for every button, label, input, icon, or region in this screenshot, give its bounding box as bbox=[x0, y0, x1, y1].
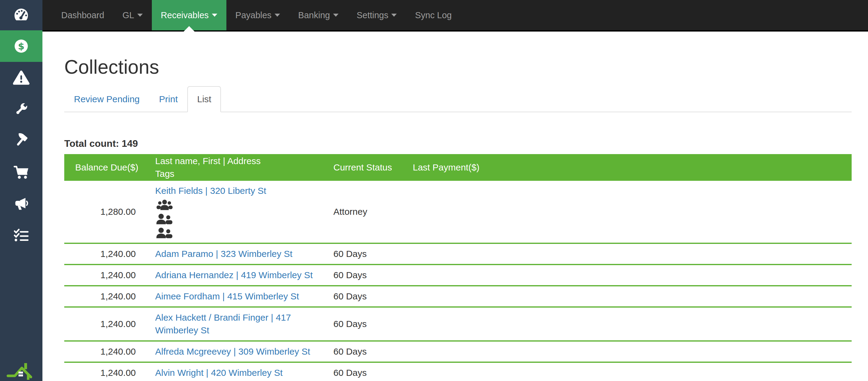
tags bbox=[155, 199, 324, 239]
two-users-icon bbox=[155, 213, 174, 225]
customer-link[interactable]: Alex Hackett / Brandi Finger | 417 Wimbe… bbox=[155, 313, 291, 335]
header-row: Balance Due($)Last name, First | Address… bbox=[64, 154, 851, 181]
brand-logo[interactable] bbox=[0, 0, 42, 30]
nav-item-receivables[interactable]: Receivables bbox=[152, 0, 226, 30]
tab-list[interactable]: List bbox=[187, 86, 221, 112]
table-row: 1,240.00Adriana Hernandez | 419 Wimberle… bbox=[64, 265, 851, 286]
sidebar-item-hammer[interactable] bbox=[0, 125, 42, 156]
balance-cell: 1,240.00 bbox=[64, 362, 150, 381]
active-nav-notch bbox=[184, 26, 194, 32]
nav-item-banking[interactable]: Banking bbox=[289, 0, 348, 30]
table-row: 1,240.00Aimee Fordham | 415 Wimberley St… bbox=[64, 286, 851, 307]
sidebar: $ bbox=[0, 0, 42, 381]
nav-item-gl[interactable]: GL bbox=[113, 0, 152, 30]
tab-review-pending[interactable]: Review Pending bbox=[64, 86, 149, 112]
sidebar-item-warning-triangle[interactable] bbox=[0, 62, 42, 93]
sidebar-item-dollar-circle[interactable]: $ bbox=[0, 30, 42, 62]
table-body: 1,280.00Keith Fields | 320 Liberty St At… bbox=[64, 181, 851, 381]
svg-text:$: $ bbox=[18, 41, 24, 52]
balance-cell: 1,280.00 bbox=[64, 181, 150, 243]
payment-cell bbox=[408, 265, 851, 286]
customer-link[interactable]: Adriana Hernandez | 419 Wimberley St bbox=[155, 270, 313, 280]
group-users-icon bbox=[155, 199, 174, 211]
balance-cell: 1,240.00 bbox=[64, 243, 150, 265]
caret-down-icon bbox=[391, 13, 397, 17]
customer-link[interactable]: Aimee Fordham | 415 Wimberley St bbox=[155, 291, 299, 301]
column-header-payment: Last Payment($) bbox=[408, 154, 851, 181]
caret-down-icon bbox=[137, 13, 143, 17]
shopping-cart-icon bbox=[12, 164, 30, 181]
nav-item-label: Sync Log bbox=[415, 10, 452, 20]
sidebar-item-wrench[interactable] bbox=[0, 93, 42, 125]
payment-cell bbox=[408, 243, 851, 265]
megaphone-icon bbox=[12, 195, 30, 212]
main-content: Collections Review PendingPrintList Tota… bbox=[42, 32, 868, 381]
status-cell: 60 Days bbox=[329, 307, 408, 341]
name-cell: Keith Fields | 320 Liberty St bbox=[150, 181, 329, 243]
column-header-name: Last name, First | AddressTags bbox=[150, 154, 329, 181]
nav-item-label: Banking bbox=[298, 10, 330, 20]
nav-item-label: Dashboard bbox=[61, 10, 104, 20]
sidebar-nav: $ bbox=[0, 30, 42, 251]
column-header-status: Current Status bbox=[329, 154, 408, 181]
table-row: 1,240.00Adam Paramo | 323 Wimberley St60… bbox=[64, 243, 851, 265]
roofline-logo-wrap bbox=[0, 358, 42, 380]
nav-item-payables[interactable]: Payables bbox=[226, 0, 289, 30]
status-cell: 60 Days bbox=[329, 243, 408, 265]
top-nav: DashboardGLReceivablesPayablesBankingSet… bbox=[42, 0, 868, 30]
name-cell: Alex Hackett / Brandi Finger | 417 Wimbe… bbox=[150, 307, 329, 341]
checklist-icon bbox=[12, 227, 30, 244]
table-row: 1,280.00Keith Fields | 320 Liberty St At… bbox=[64, 181, 851, 243]
warning-triangle-icon bbox=[12, 69, 30, 86]
balance-cell: 1,240.00 bbox=[64, 341, 150, 362]
name-cell: Adam Paramo | 323 Wimberley St bbox=[150, 243, 329, 265]
total-count: Total count: 149 bbox=[64, 137, 851, 150]
dollar-circle-icon: $ bbox=[12, 37, 30, 55]
payment-cell bbox=[408, 286, 851, 307]
status-cell: 60 Days bbox=[329, 286, 408, 307]
nav-item-label: GL bbox=[122, 10, 134, 20]
balance-cell: 1,240.00 bbox=[64, 307, 150, 341]
roofline-logo bbox=[7, 358, 36, 380]
wrench-icon bbox=[13, 101, 30, 118]
collections-table: Balance Due($)Last name, First | Address… bbox=[64, 154, 851, 381]
hammer-icon bbox=[13, 132, 30, 149]
sidebar-item-checklist[interactable] bbox=[0, 219, 42, 251]
nav-item-label: Payables bbox=[236, 10, 272, 20]
customer-link[interactable]: Alvin Wright | 420 Wimberley St bbox=[155, 368, 283, 378]
nav-item-settings[interactable]: Settings bbox=[348, 0, 406, 30]
customer-link[interactable]: Alfreda Mcgreevey | 309 Wimberley St bbox=[155, 346, 310, 356]
top-navbar: DashboardGLReceivablesPayablesBankingSet… bbox=[42, 0, 868, 32]
two-users-icon bbox=[155, 227, 174, 239]
column-header-balance: Balance Due($) bbox=[64, 154, 150, 181]
sidebar-item-megaphone[interactable] bbox=[0, 188, 42, 219]
balance-cell: 1,240.00 bbox=[64, 265, 150, 286]
payment-cell bbox=[408, 341, 851, 362]
payment-cell bbox=[408, 307, 851, 341]
table-row: 1,240.00Alex Hackett / Brandi Finger | 4… bbox=[64, 307, 851, 341]
nav-item-dashboard[interactable]: Dashboard bbox=[52, 0, 113, 30]
name-cell: Alvin Wright | 420 Wimberley St bbox=[150, 362, 329, 381]
caret-down-icon bbox=[333, 13, 339, 17]
caret-down-icon bbox=[212, 13, 217, 17]
status-cell: Attorney bbox=[329, 181, 408, 243]
status-cell: 60 Days bbox=[329, 265, 408, 286]
caret-down-icon bbox=[275, 13, 280, 17]
page-title: Collections bbox=[64, 56, 851, 78]
status-cell: 60 Days bbox=[329, 362, 408, 381]
name-cell: Adriana Hernandez | 419 Wimberley St bbox=[150, 265, 329, 286]
sidebar-item-shopping-cart[interactable] bbox=[0, 156, 42, 188]
customer-link[interactable]: Adam Paramo | 323 Wimberley St bbox=[155, 249, 292, 259]
payment-cell bbox=[408, 362, 851, 381]
nav-item-sync-log[interactable]: Sync Log bbox=[406, 0, 461, 30]
tab-print[interactable]: Print bbox=[149, 86, 188, 112]
payment-cell bbox=[408, 181, 851, 243]
tabs: Review PendingPrintList bbox=[64, 86, 851, 112]
gauge-logo-icon bbox=[12, 6, 30, 24]
table-header: Balance Due($)Last name, First | Address… bbox=[64, 154, 851, 181]
name-cell: Alfreda Mcgreevey | 309 Wimberley St bbox=[150, 341, 329, 362]
nav-item-label: Settings bbox=[357, 10, 389, 20]
nav-item-label: Receivables bbox=[161, 10, 209, 20]
table-row: 1,240.00Alfreda Mcgreevey | 309 Wimberle… bbox=[64, 341, 851, 362]
customer-link[interactable]: Keith Fields | 320 Liberty St bbox=[155, 186, 266, 196]
